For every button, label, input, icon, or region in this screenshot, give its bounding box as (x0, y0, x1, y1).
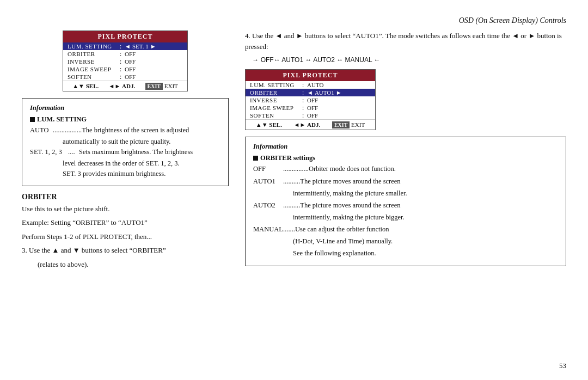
arrow-line: → OFF↔ AUTO1 ↔ AUTO2 ↔ MANUAL ← (245, 56, 566, 64)
orbiter-title: ORBITER (22, 193, 229, 201)
left-column: PIXL PROTECT LUM. SETTING : ◄ SET. 1 ► O… (22, 30, 229, 273)
left-info-row-set: SET. 1, 2, 3 .... Sets maximum brightnes… (30, 148, 220, 157)
orbiter-line-3: Perform Steps 1-2 of PIXL PROTECT, then.… (22, 231, 229, 242)
right-osd-footer: ▲▼ SEL. ◄► ADJ. EXIT EXIT (246, 119, 375, 130)
left-osd-row-soften: SOFTEN : OFF (63, 73, 187, 81)
left-osd-footer: ▲▼ SEL. ◄► ADJ. EXIT EXIT (63, 81, 187, 91)
left-osd-row-imagesweep: IMAGE SWEEP : OFF (63, 65, 187, 73)
right-exit-btn[interactable]: EXIT (332, 121, 350, 128)
left-info-box: Information LUM. SETTING AUTO ..........… (22, 98, 229, 186)
right-osd-row-orbiter: ORBITER : ◄ AUTO1 ► (246, 89, 375, 96)
right-osd-title: PIXL PROTECT (246, 70, 375, 81)
square-icon (30, 117, 35, 122)
right-osd-row-inverse: INVERSE : OFF (246, 96, 375, 104)
orbiter-line-4: 3. Use the ▲ and ▼ buttons to select “OR… (22, 245, 229, 256)
right-info-row-off: OFF ............... Orbiter mode does no… (253, 164, 558, 174)
right-info-row-auto1: AUTO1 .......... The picture moves aroun… (253, 177, 558, 187)
right-info-indent-auto2: intermittently, making the picture bigge… (253, 213, 558, 223)
orbiter-line-5: (relates to above). (22, 259, 229, 270)
right-column: 4. Use the ◄ and ► buttons to select “AU… (245, 30, 566, 273)
orbiter-line-1: Use this to set the picture shift. (22, 204, 229, 214)
page-number: 53 (559, 361, 566, 370)
right-info-indent-auto1: intermittently, making the picture small… (253, 189, 558, 199)
left-osd-row-lum: LUM. SETTING : ◄ SET. 1 ► (63, 42, 187, 50)
left-info-indent-set2: SET. 3 provides minimum brightness. (30, 169, 220, 179)
left-osd-row-orbiter: ORBITER : OFF (63, 50, 187, 58)
left-exit-btn[interactable]: EXIT (145, 83, 163, 90)
step4-text: 4. Use the ◄ and ► buttons to select “AU… (245, 30, 566, 52)
right-info-row-auto2: AUTO2 .......... The picture moves aroun… (253, 201, 558, 211)
orbiter-line-2: Example: Setting “ORBITER” to “AUTO1” (22, 217, 229, 228)
orbiter-section: ORBITER Use this to set the picture shif… (22, 193, 229, 270)
right-osd-row-lum: LUM. SETTING : AUTO (246, 81, 375, 89)
header-title: OSD (On Screen Display) Controls (459, 16, 566, 24)
right-osd-row-soften: SOFTEN : OFF (246, 112, 375, 119)
lum-label: LUM. SETTING (68, 43, 117, 50)
right-osd-row-imagesweep: IMAGE SWEEP : OFF (246, 104, 375, 112)
osd-heading: OSD (On Screen Display) Controls (22, 16, 566, 25)
right-info-title: Information (253, 143, 558, 151)
lum-arrows: ◄ SET. 1 ► (125, 43, 156, 50)
left-info-indent-set1: level decreases in the order of SET. 1, … (30, 159, 220, 169)
left-osd-title: PIXL PROTECT (63, 31, 187, 42)
right-osd-box: PIXL PROTECT LUM. SETTING : AUTO ORBITER… (245, 69, 376, 130)
left-info-title: Information (30, 104, 220, 112)
left-info-row-auto: AUTO ................. The brightness of… (30, 126, 220, 136)
right-info-indent-manual1: (H-Dot, V-Line and Time) manually. (253, 237, 558, 247)
right-info-box: Information ORBITER settings OFF .......… (245, 137, 566, 266)
left-info-indent-auto: automatically to suit the picture qualit… (30, 137, 220, 147)
right-info-row-manual: MANUAL ....... Use can adjust the orbite… (253, 225, 558, 235)
page-container: OSD (On Screen Display) Controls PIXL PR… (0, 0, 588, 380)
left-osd-box: PIXL PROTECT LUM. SETTING : ◄ SET. 1 ► O… (63, 30, 188, 91)
right-square-icon (253, 156, 258, 161)
right-info-section-title: ORBITER settings (253, 154, 558, 162)
right-orbiter-arrows: ◄ AUTO1 ► (307, 89, 342, 96)
right-info-indent-manual2: See the following explanation. (253, 249, 558, 259)
left-info-section-title: LUM. SETTING (30, 115, 220, 124)
left-osd-row-inverse: INVERSE : OFF (63, 58, 187, 65)
